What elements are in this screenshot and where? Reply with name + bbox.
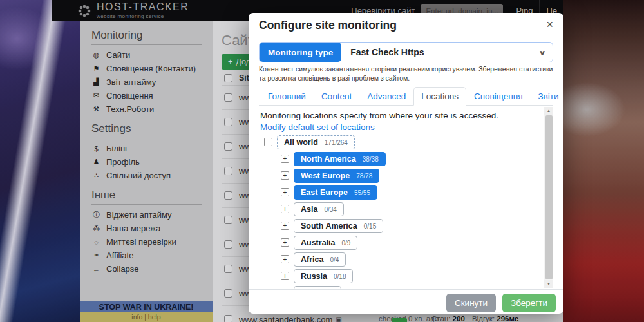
monitoring-type-group: Monitoring type Fast Check Https ∨ xyxy=(259,42,553,62)
scrollbar-thumb[interactable] xyxy=(545,115,553,279)
tree-child-row: + Africa 0/4 xyxy=(281,252,540,267)
chevron-down-icon: ∨ xyxy=(538,49,546,56)
tree-child-row: + Iran 0/13 xyxy=(281,286,540,289)
locations-intro-text: Monitoring locations specify from where … xyxy=(260,111,540,120)
uptime-status-badge xyxy=(392,318,407,322)
modal-tabs: ГоловнийContentAdvancedLocationsСповіщен… xyxy=(259,87,553,106)
expand-toggle-icon[interactable]: + xyxy=(281,205,289,213)
locations-scroll-area: Monitoring locations specify from where … xyxy=(259,106,540,289)
location-all-world[interactable]: All world 171/264 xyxy=(277,135,355,149)
location-north-america[interactable]: North America 38/38 xyxy=(294,152,386,166)
location-count: 0/9 xyxy=(342,240,351,247)
tab-content-locations: Monitoring locations specify from where … xyxy=(259,106,553,289)
expand-toggle-icon[interactable]: + xyxy=(281,272,289,280)
tab-main[interactable]: Головний xyxy=(260,87,314,106)
tree-child-row: + Australia 0/9 xyxy=(281,236,540,250)
tree-child-row: + East Europe 55/55 xyxy=(281,185,540,200)
location-count: 55/55 xyxy=(354,189,370,196)
expand-toggle-icon[interactable]: + xyxy=(281,222,289,230)
reset-button[interactable]: Скинути xyxy=(446,294,496,312)
tree-children: + North America 38/38 + West Europe 78/7… xyxy=(281,152,540,289)
tab-reports[interactable]: Звіти xyxy=(530,87,564,106)
location-count: 0/4 xyxy=(330,256,339,263)
tree-child-row: + West Europe 78/78 xyxy=(281,169,540,183)
tree-root-row: − All world 171/264 xyxy=(264,135,540,149)
save-button[interactable]: Зберегти xyxy=(502,294,556,312)
location-count: 0/15 xyxy=(364,223,376,230)
monitoring-type-label: Monitoring type xyxy=(260,43,341,62)
tab-content[interactable]: Content xyxy=(314,87,359,106)
location-russia[interactable]: Russia 0/18 xyxy=(294,269,353,283)
locations-tree: − All world 171/264 + North America xyxy=(264,135,540,289)
tab-notifications[interactable]: Сповіщення xyxy=(466,87,530,106)
location-count: 171/264 xyxy=(325,139,348,146)
tree-child-row: + North America 38/38 xyxy=(281,152,540,166)
tab-locations[interactable]: Locations xyxy=(413,87,466,106)
location-count: 78/78 xyxy=(356,173,372,180)
location-iran[interactable]: Iran 0/13 xyxy=(294,286,341,289)
modal-title: Configure site monitoring xyxy=(259,19,397,32)
expand-toggle-icon[interactable]: + xyxy=(281,155,289,163)
scroll-up-icon[interactable]: ▲ xyxy=(544,107,553,115)
location-east-europe[interactable]: East Europe 55/55 xyxy=(294,185,377,200)
modal-body: Monitoring type Fast Check Https ∨ Кожен… xyxy=(249,37,564,289)
tab-advanced[interactable]: Advanced xyxy=(359,87,413,106)
tree-child-row: + Russia 0/18 xyxy=(281,269,540,283)
modal-scrollbar[interactable]: ▲ ▼ xyxy=(544,107,553,288)
location-south-america[interactable]: South America 0/15 xyxy=(294,219,383,233)
expand-toggle-icon[interactable]: + xyxy=(281,289,289,289)
location-count: 0/34 xyxy=(324,206,336,213)
location-west-europe[interactable]: West Europe 78/78 xyxy=(294,169,379,183)
collapse-toggle-icon[interactable]: − xyxy=(264,138,272,146)
location-australia[interactable]: Australia 0/9 xyxy=(294,236,357,250)
expand-toggle-icon[interactable]: + xyxy=(281,238,289,247)
location-africa[interactable]: Africa 0/4 xyxy=(294,252,346,267)
modal-footer: Скинути Зберегти xyxy=(249,289,564,314)
scroll-down-icon[interactable]: ▼ xyxy=(544,280,553,288)
configure-monitoring-modal: Configure site monitoring × Monitoring t… xyxy=(249,13,564,314)
close-icon[interactable]: × xyxy=(546,19,553,30)
monitoring-type-description: Кожен тест симулює завантаження сторінки… xyxy=(259,65,553,83)
tree-child-row: + Asia 0/34 xyxy=(281,202,540,216)
modal-header: Configure site monitoring × xyxy=(249,13,564,37)
location-count: 0/18 xyxy=(334,273,346,280)
expand-toggle-icon[interactable]: + xyxy=(281,171,289,180)
expand-toggle-icon[interactable]: + xyxy=(281,255,289,263)
expand-toggle-icon[interactable]: + xyxy=(281,188,289,196)
location-asia[interactable]: Asia 0/34 xyxy=(294,202,344,216)
modify-locations-link[interactable]: Modify default set of locations xyxy=(260,122,375,132)
tree-child-row: + South America 0/15 xyxy=(281,219,540,233)
location-count: 38/38 xyxy=(363,156,379,163)
monitoring-type-select[interactable]: Fast Check Https ∨ xyxy=(341,43,553,62)
